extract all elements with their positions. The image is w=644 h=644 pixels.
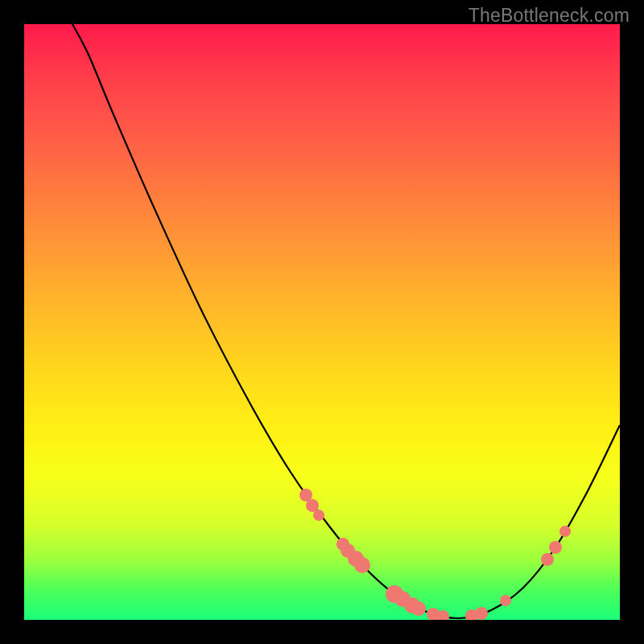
data-dot	[475, 607, 488, 620]
watermark-text: TheBottleneck.com	[469, 5, 630, 27]
bottleneck-curve	[72, 24, 620, 618]
data-dot	[354, 557, 370, 573]
chart-svg	[24, 24, 620, 620]
data-dot	[559, 526, 571, 537]
data-dot	[549, 541, 562, 554]
chart-plot-area	[24, 24, 620, 620]
data-dots-group	[299, 489, 571, 620]
data-dot	[541, 553, 554, 566]
data-dot	[411, 601, 426, 616]
data-dot	[313, 510, 324, 521]
data-dot	[500, 595, 511, 606]
